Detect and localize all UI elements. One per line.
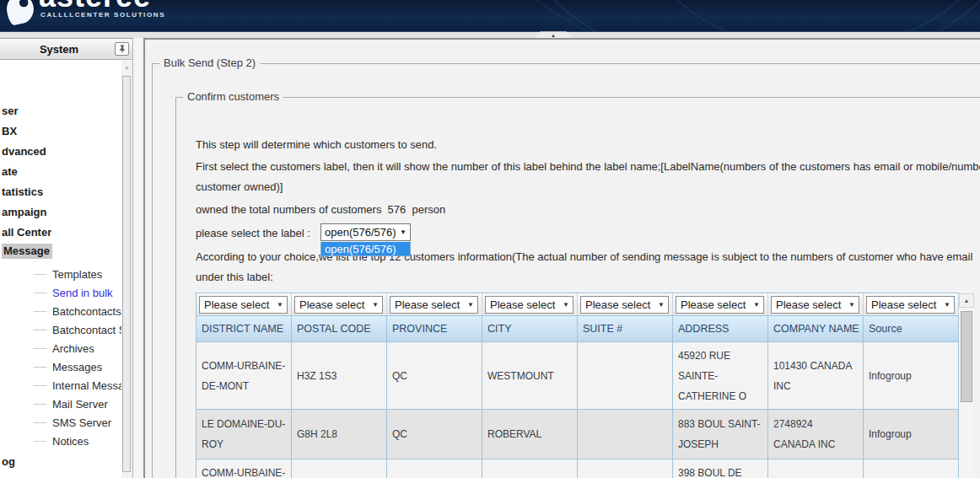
table-scrollbar[interactable]: ▲ [959,293,974,478]
cell-district: LE DOMAINE-DU-ROY [197,410,292,459]
tree-branch-icon [34,404,46,405]
instruction-line-3: According to your choice,we list the top… [196,250,972,264]
app-window: asteree CALLLLCENTER SOLUTIONS ▲ System … [0,0,980,478]
th-postal-code: POSTAL CODE [292,316,387,342]
sidebar-item-messages[interactable]: Messages [0,357,121,376]
table-row: COMM-URBAINE-DE-MONT H3Z 1S3 QC WESTMOUN… [197,342,959,410]
th-city: CITY [482,316,578,342]
confirm-customers-title: Confirm customers [183,90,283,104]
filter-select-postal[interactable]: Please select▼ [294,296,383,314]
filter-select-address[interactable]: Please select▼ [676,296,764,314]
sidebar-item-log[interactable]: og [0,452,121,470]
sidebar-item-rate[interactable]: ate [0,162,121,180]
dropdown-arrow-icon: ▼ [467,301,474,309]
filter-cell-suite: Please select▼ [578,293,673,316]
filter-cell-district: Please select▼ [197,293,292,316]
sidebar-item-archives[interactable]: Archives [0,339,121,357]
sidebar-item-templates[interactable]: Templates [0,265,121,283]
bulk-send-title: Bulk Send (Step 2) [159,56,260,70]
th-province: PROVINCE [387,316,482,342]
total-customers-line: owned the total numbers of customers 576… [196,202,445,217]
sidebar-item-notices[interactable]: Notices [0,432,121,450]
cell-province [387,459,482,478]
table-scrollbar-thumb[interactable] [961,311,972,402]
table-header-row: DISTRICT NAME POSTAL CODE PROVINCE CITY … [197,316,959,342]
table-row: LE DOMAINE-DU-ROY G8H 2L8 QC ROBERVAL 88… [197,410,959,459]
table-row: COMM-URBAINE-DE-MONT 398 BOUL DE [197,459,959,478]
cell-suite [578,410,673,459]
sidebar-item-batchcontact-sents[interactable]: Batchcontact Sents [0,320,121,339]
sidebar-item-user[interactable]: ser [0,101,121,120]
cell-address: 398 BOUL DE [673,459,768,478]
sidebar-item-realtime[interactable]: ealtime [0,472,121,478]
label-select-option[interactable]: open(576/576) [320,242,411,256]
sidebar-item-advanced[interactable]: dvanced [0,142,121,160]
cell-suite [578,342,673,410]
dropdown-arrow-icon: ▼ [277,301,283,309]
dropdown-arrow-icon: ▼ [944,301,950,309]
filter-cell-city: Please select▼ [482,293,578,316]
banner-decoration [439,0,980,32]
dropdown-arrow-icon: ▼ [400,228,407,236]
th-source: Source [864,316,959,342]
sidebar-item-statistics[interactable]: tatistics [0,182,121,201]
filter-select-city[interactable]: Please select▼ [485,296,573,314]
th-address: ADDRESS [673,316,768,342]
dropdown-arrow-icon: ▼ [372,301,379,309]
brand-tagline: CALLLLCENTER SOLUTIONS [40,11,165,19]
sidebar-item-sms-server[interactable]: SMS Server [0,413,121,432]
filter-select-district[interactable]: Please select▼ [199,296,288,314]
select-label-text: please select the label : [196,226,310,240]
sidebar-header: System [0,39,133,60]
sidebar-title: System [0,43,118,56]
instruction-line-1: This step will determine which customers… [196,137,437,152]
panel-splitter[interactable] [132,38,145,478]
dropdown-arrow-icon: ▼ [658,301,665,309]
instruction-line-2b: customer owned)] [196,180,283,194]
filter-select-source[interactable]: Please select▼ [866,296,955,314]
tree-branch-icon [34,311,46,312]
scroll-up-icon[interactable]: ▲ [121,64,132,71]
sidebar-item-internal-messages[interactable]: Internal Messages [0,376,121,395]
cell-source [864,459,959,478]
th-company-name: COMPANY NAME [768,316,864,342]
filter-select-suite[interactable]: Please select▼ [580,296,669,314]
scroll-up-icon[interactable]: ▲ [959,293,974,308]
filter-cell-postal: Please select▼ [292,293,387,316]
top-banner: asteree CALLLLCENTER SOLUTIONS [0,0,980,32]
pushpin-icon [118,45,127,53]
dropdown-arrow-icon: ▼ [563,301,569,309]
tree-branch-icon [34,293,46,293]
sidebar-item-campaign[interactable]: ampaign [0,202,121,221]
table-filter-row: Please select▼ Please select▼ Please sel… [197,293,959,316]
cell-postal: H3Z 1S3 [292,342,387,410]
pin-button[interactable] [115,42,129,56]
sidebar-item-mail-server[interactable]: Mail Server [0,395,121,413]
tree-branch-icon [34,367,46,368]
cell-city [482,459,578,478]
filter-select-province[interactable]: Please select▼ [390,296,478,314]
sidebar-item-batchcontacts[interactable]: Batchcontacts [0,302,121,320]
customers-table: Please select▼ Please select▼ Please sel… [196,293,959,478]
filter-select-company[interactable]: Please select▼ [771,296,859,314]
sidebar-item-call-center[interactable]: all Center [0,223,121,241]
label-select[interactable]: open(576/576) ▼ [320,223,411,241]
sidebar-item-send-in-bulk[interactable]: Send in bulk [0,283,121,302]
cell-postal [292,459,387,478]
sidebar-scrollbar[interactable]: ▲ [121,61,132,478]
tree-branch-icon [34,274,46,275]
cell-postal: G8H 2L8 [292,410,387,459]
sidebar-item-message[interactable]: Message [0,242,121,260]
label-select-value: open(576/576) [325,226,396,239]
sidebar-scrollbar-thumb[interactable] [122,76,131,472]
brand-name: asteree [39,0,151,12]
cell-company [768,459,864,478]
tree-branch-icon [34,385,46,386]
cell-source: Infogroup [864,342,959,410]
sidebar-item-pbx[interactable]: BX [0,121,121,140]
tree-branch-icon [34,422,46,423]
filter-cell-address: Please select▼ [673,293,768,316]
th-suite: SUITE # [578,316,673,342]
cell-city: WESTMOUNT [482,342,578,410]
th-district-name: DISTRICT NAME [197,316,292,342]
